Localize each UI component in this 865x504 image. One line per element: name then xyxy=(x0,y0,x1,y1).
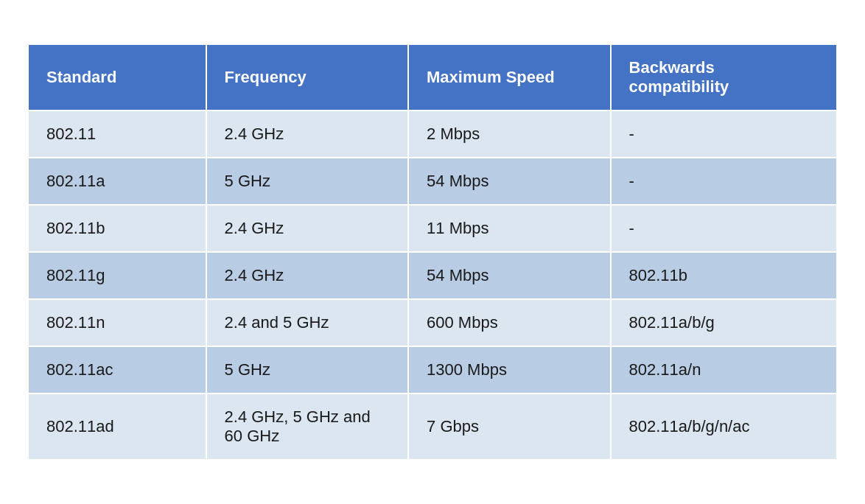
cell-frequency: 2.4 GHz, 5 GHz and 60 GHz xyxy=(206,393,409,460)
cell-standard: 802.11a xyxy=(28,158,206,205)
cell-standard: 802.11ad xyxy=(28,393,206,460)
cell-frequency: 2.4 GHz xyxy=(206,111,409,158)
cell-standard: 802.11 xyxy=(28,111,206,158)
cell-compat: 802.11a/b/g/n/ac xyxy=(611,393,837,460)
cell-speed: 1300 Mbps xyxy=(408,346,611,393)
table-row: 802.112.4 GHz2 Mbps- xyxy=(28,111,837,158)
cell-frequency: 2.4 GHz xyxy=(206,252,409,299)
cell-standard: 802.11ac xyxy=(28,346,206,393)
table-row: 802.11n2.4 and 5 GHz600 Mbps802.11a/b/g xyxy=(28,299,837,346)
cell-speed: 54 Mbps xyxy=(408,158,611,205)
table-row: 802.11g2.4 GHz54 Mbps802.11b xyxy=(28,252,837,299)
table-container: Standard Frequency Maximum Speed Backwar… xyxy=(27,43,838,461)
header-standard: Standard xyxy=(28,44,206,111)
cell-frequency: 2.4 GHz xyxy=(206,205,409,252)
cell-speed: 7 Gbps xyxy=(408,393,611,460)
table-row: 802.11a5 GHz54 Mbps- xyxy=(28,158,837,205)
header-frequency: Frequency xyxy=(206,44,409,111)
cell-frequency: 5 GHz xyxy=(206,158,409,205)
cell-compat: 802.11b xyxy=(611,252,837,299)
wifi-standards-table: Standard Frequency Maximum Speed Backwar… xyxy=(27,43,838,461)
cell-speed: 600 Mbps xyxy=(408,299,611,346)
table-row: 802.11b2.4 GHz11 Mbps- xyxy=(28,205,837,252)
cell-compat: - xyxy=(611,205,837,252)
header-speed: Maximum Speed xyxy=(408,44,611,111)
cell-compat: - xyxy=(611,111,837,158)
cell-speed: 54 Mbps xyxy=(408,252,611,299)
table-row: 802.11ad2.4 GHz, 5 GHz and 60 GHz7 Gbps8… xyxy=(28,393,837,460)
cell-compat: 802.11a/b/g xyxy=(611,299,837,346)
cell-frequency: 2.4 and 5 GHz xyxy=(206,299,409,346)
cell-standard: 802.11g xyxy=(28,252,206,299)
cell-speed: 11 Mbps xyxy=(408,205,611,252)
cell-standard: 802.11n xyxy=(28,299,206,346)
header-compat: Backwards compatibility xyxy=(611,44,837,111)
cell-compat: 802.11a/n xyxy=(611,346,837,393)
cell-compat: - xyxy=(611,158,837,205)
cell-speed: 2 Mbps xyxy=(408,111,611,158)
cell-frequency: 5 GHz xyxy=(206,346,409,393)
cell-standard: 802.11b xyxy=(28,205,206,252)
table-row: 802.11ac5 GHz1300 Mbps802.11a/n xyxy=(28,346,837,393)
table-header-row: Standard Frequency Maximum Speed Backwar… xyxy=(28,44,837,111)
